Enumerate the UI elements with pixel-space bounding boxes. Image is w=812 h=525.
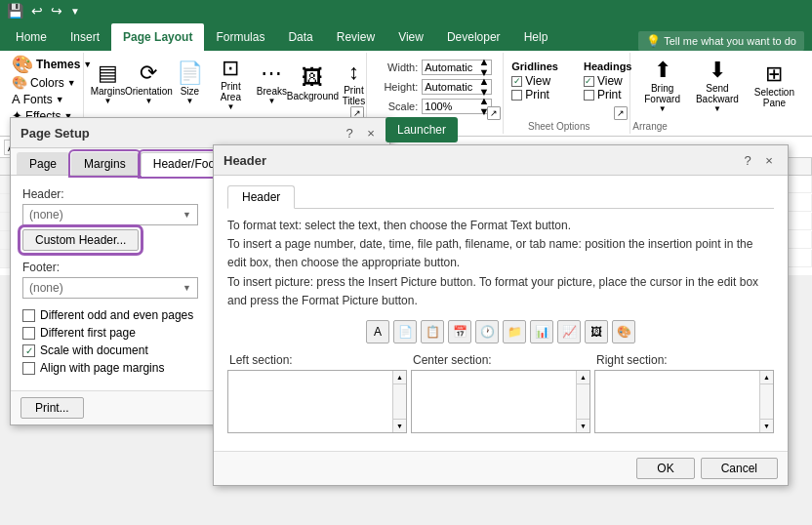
tab-data[interactable]: Data	[276, 23, 324, 51]
tab-page[interactable]: Page	[17, 152, 69, 175]
themes-button[interactable]: 🎨Themes▼	[10, 55, 77, 74]
filename-icon: 📊	[535, 325, 549, 339]
right-scroll-down[interactable]: ▼	[760, 419, 773, 432]
insert-filepath-btn[interactable]: 📁	[503, 320, 526, 343]
center-section-textarea[interactable]	[412, 371, 576, 432]
page-setup-close[interactable]: ×	[362, 124, 380, 141]
first-page-checkbox[interactable]	[22, 327, 35, 340]
gridlines-view-checkbox[interactable]	[511, 76, 522, 87]
redo-button[interactable]: ↪	[48, 3, 65, 19]
fonts-button[interactable]: AFonts▼	[10, 91, 77, 107]
height-input[interactable]: Automatic ▲▼	[422, 79, 492, 95]
headings-header: Headings	[584, 61, 632, 72]
left-section-scrollbar: ▲ ▼	[392, 371, 406, 432]
headings-view-checkbox[interactable]	[584, 76, 594, 87]
tab-formulas[interactable]: Formulas	[204, 23, 276, 51]
gridlines-view-label: View	[525, 74, 550, 88]
tell-me-bar[interactable]: 💡 Tell me what you want to do	[638, 31, 804, 51]
tell-me-text: Tell me what you want to do	[664, 35, 796, 47]
scale-input[interactable]: 100% ▲▼	[422, 99, 492, 114]
tab-page-layout[interactable]: Page Layout	[111, 23, 204, 51]
tab-margins[interactable]: Margins	[71, 152, 139, 175]
undo-button[interactable]: ↩	[28, 3, 46, 19]
right-scroll-up[interactable]: ▲	[760, 371, 773, 384]
height-label: Height:	[375, 81, 418, 93]
insert-tabname-btn[interactable]: 📈	[557, 320, 581, 343]
header-dropdown[interactable]: (none) ▼	[22, 204, 198, 225]
margins-button[interactable]: ▤ Margins ▼	[88, 55, 127, 113]
selection-pane-button[interactable]: ⊞ SelectionPane	[749, 57, 800, 115]
pages-icon: 📋	[426, 325, 440, 339]
insert-time-btn[interactable]: 🕐	[475, 320, 499, 343]
gridlines-print-label: Print	[525, 88, 549, 101]
align-margins-checkbox[interactable]	[22, 362, 35, 375]
tab-review[interactable]: Review	[325, 23, 386, 51]
tab-developer[interactable]: Developer	[435, 23, 512, 51]
center-scroll-up[interactable]: ▲	[577, 371, 589, 384]
headings-print-checkbox[interactable]	[584, 90, 594, 101]
page-setup-help[interactable]: ?	[341, 124, 358, 141]
insert-picture-btn[interactable]: 🖼	[585, 320, 608, 343]
print-area-label: PrintArea	[221, 81, 241, 102]
size-button[interactable]: 📄 Size ▼	[170, 55, 209, 113]
insert-page-btn[interactable]: 📄	[393, 320, 417, 343]
format-text-btn[interactable]: A	[366, 320, 389, 343]
sections-row: Left section: ▲ ▼ Center section: ▲	[227, 353, 774, 433]
breaks-button[interactable]: ⋯ Breaks ▼	[252, 55, 291, 113]
header-toolbar: A 📄 📋 📅 🕐 📁 📊 📈 🖼 🎨	[227, 320, 774, 343]
headings-view-label: View	[597, 74, 623, 88]
footer-dropdown[interactable]: (none) ▼	[22, 277, 198, 299]
left-scroll-track	[393, 384, 406, 419]
format-picture-btn[interactable]: 🎨	[612, 320, 635, 343]
header-ok-btn[interactable]: OK	[636, 458, 694, 479]
header-value: (none)	[29, 208, 63, 222]
format-text-icon: A	[374, 325, 382, 339]
header-cancel-btn[interactable]: Cancel	[701, 458, 778, 479]
print-button[interactable]: Print...	[20, 397, 84, 419]
custom-header-button[interactable]: Custom Header...	[22, 229, 139, 251]
gridlines-print-checkbox[interactable]	[511, 90, 522, 101]
scale-value: 100%	[425, 101, 452, 112]
left-scroll-up[interactable]: ▲	[393, 371, 406, 384]
save-button[interactable]: 💾	[4, 3, 26, 19]
gridlines-print[interactable]: Print	[511, 88, 558, 101]
left-section-textarea[interactable]	[228, 371, 392, 432]
center-section-input: ▲ ▼	[411, 370, 590, 433]
header-help-btn[interactable]: ?	[739, 151, 756, 169]
insert-date-btn[interactable]: 📅	[448, 320, 471, 343]
footer-value: (none)	[29, 281, 63, 295]
header-close-btn[interactable]: ×	[760, 151, 778, 169]
customize-button[interactable]: ▼	[67, 6, 83, 17]
insert-filename-btn[interactable]: 📊	[530, 320, 553, 343]
sheet-options-launcher[interactable]: ↗	[614, 106, 628, 120]
scale-to-fit-launcher[interactable]: ↗	[487, 106, 501, 120]
tab-insert[interactable]: Insert	[59, 23, 111, 51]
bring-forward-button[interactable]: ⬆ BringForward ▼	[638, 57, 686, 115]
scale-label: Scale:	[375, 101, 418, 112]
width-input[interactable]: Automatic ▲ ▼	[422, 60, 492, 75]
center-scroll-down[interactable]: ▼	[577, 419, 589, 432]
left-scroll-down[interactable]: ▼	[393, 419, 406, 432]
background-button[interactable]: 🖼 Background	[293, 55, 332, 113]
sheet-options-label: Sheet Options	[506, 121, 612, 132]
colors-label: Colors	[30, 76, 64, 90]
odd-even-checkbox[interactable]	[22, 309, 35, 322]
colors-button[interactable]: 🎨Colors▼	[10, 74, 77, 91]
header-tab-header[interactable]: Header	[227, 185, 295, 209]
tab-view[interactable]: View	[386, 23, 435, 51]
right-section-textarea[interactable]	[595, 371, 759, 432]
header-dialog-controls: ? ×	[739, 151, 778, 169]
send-backward-button[interactable]: ⬇ SendBackward ▼	[690, 57, 745, 115]
orientation-button[interactable]: ⟳ Orientation ▼	[129, 55, 168, 113]
print-area-button[interactable]: ⊡ PrintArea ▼	[211, 55, 250, 113]
insert-pages-btn[interactable]: 📋	[421, 320, 444, 343]
headings-print[interactable]: Print	[584, 88, 632, 101]
tab-help[interactable]: Help	[512, 23, 560, 51]
headings-print-label: Print	[597, 88, 622, 101]
breaks-label: Breaks	[257, 86, 287, 97]
scale-document-checkbox[interactable]	[22, 344, 35, 357]
tab-home[interactable]: Home	[4, 23, 59, 51]
date-icon: 📅	[453, 325, 467, 339]
headings-view[interactable]: View	[584, 74, 632, 88]
gridlines-view[interactable]: View	[511, 74, 558, 88]
